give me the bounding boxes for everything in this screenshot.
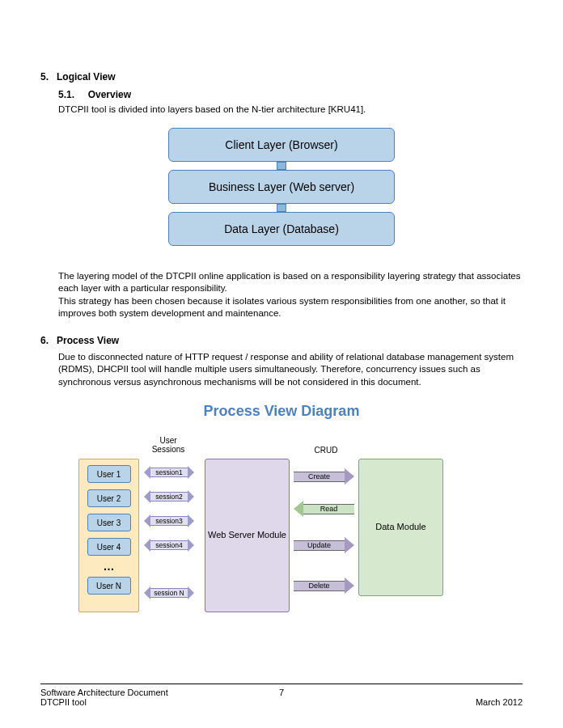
process-view-diagram: User Sessions CRUD User 1 User 2 User 3 … xyxy=(67,425,496,619)
user-box: User 2 xyxy=(87,489,131,507)
section-5-intro: DTCPII tool is divided into layers based… xyxy=(58,104,523,116)
para2: This strategy has been chosen because it… xyxy=(58,295,523,320)
layer-diagram: Client Layer (Browser) Business Layer (W… xyxy=(40,128,523,246)
session-arrow: session1 xyxy=(144,467,194,478)
crud-update-arrow: Update xyxy=(294,538,354,552)
user-box: User 1 xyxy=(87,465,131,483)
session-arrow: session2 xyxy=(144,491,194,502)
layer-business: Business Layer (Web server) xyxy=(168,170,395,204)
section-5-title: Logical View xyxy=(57,71,115,83)
section-5-paragraphs: The layering model of the DTCPII online … xyxy=(58,270,523,320)
section-6-heading: 6. Process View xyxy=(40,335,523,346)
section-5-1-heading: 5.1. Overview xyxy=(58,89,523,100)
section-5-heading: 5. Logical View xyxy=(40,71,523,83)
session-arrow: session3 xyxy=(144,515,194,527)
section-5-1-number: 5.1. xyxy=(58,89,74,100)
footer-page-number: 7 xyxy=(279,688,284,697)
users-ellipsis: … xyxy=(104,562,115,570)
session-arrow: session N xyxy=(144,587,194,599)
layer-connector xyxy=(277,162,286,170)
session-arrow: session4 xyxy=(144,540,194,551)
process-view-diagram-title: Process View Diagram xyxy=(40,403,523,420)
label-crud: CRUD xyxy=(302,446,350,455)
footer-left: Software Architecture Document DTCPII to… xyxy=(40,688,168,707)
data-module: Data Module xyxy=(358,459,443,596)
layer-data: Data Layer (Database) xyxy=(168,212,395,246)
section-6-title: Process View xyxy=(57,335,119,346)
web-server-module: Web Server Module xyxy=(205,459,290,612)
label-user-sessions: User Sessions xyxy=(144,436,193,454)
users-pane: User 1 User 2 User 3 User 4 … User N xyxy=(78,459,139,612)
layer-connector xyxy=(277,204,286,212)
footer-right: March 2012 xyxy=(476,697,523,707)
crud-read-arrow: Read xyxy=(294,502,354,516)
section-5-number: 5. xyxy=(40,71,49,83)
user-box: User 4 xyxy=(87,538,131,556)
section-6-body: Due to disconnected nature of HTTP reque… xyxy=(58,351,523,389)
section-5-1-title: Overview xyxy=(88,89,131,100)
crud-delete-arrow: Delete xyxy=(294,578,354,593)
page-footer: Software Architecture Document DTCPII to… xyxy=(40,684,523,707)
crud-create-arrow: Create xyxy=(294,469,354,484)
user-box: User 3 xyxy=(87,514,131,531)
section-6-number: 6. xyxy=(40,335,49,346)
para1: The layering model of the DTCPII online … xyxy=(58,270,523,295)
layer-client: Client Layer (Browser) xyxy=(168,128,395,162)
user-box: User N xyxy=(87,577,131,595)
